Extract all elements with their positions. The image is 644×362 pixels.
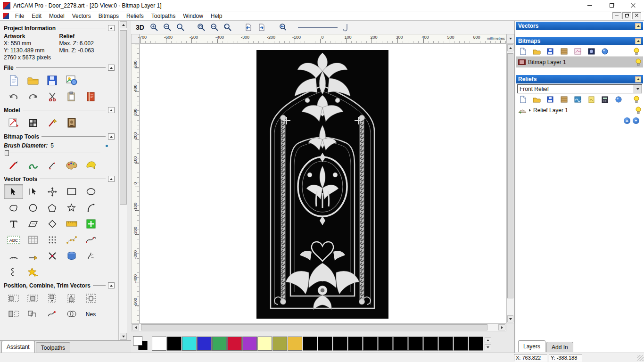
create-ellipse-tool[interactable] <box>81 184 100 199</box>
merge-bitmap-button[interactable] <box>573 47 582 56</box>
create-polygon-tool[interactable] <box>42 200 62 215</box>
align-centre-button[interactable] <box>23 291 42 305</box>
foreground-colour[interactable] <box>133 336 142 346</box>
menu-edit[interactable]: Edit <box>28 12 45 20</box>
foreground-background-swatch[interactable] <box>133 336 150 351</box>
palette-swatch[interactable] <box>393 337 408 351</box>
toggle-relief-visibility-button[interactable] <box>632 95 641 104</box>
next-view-icon[interactable] <box>256 22 267 33</box>
canvas-horizontal-scrollbar[interactable] <box>131 323 506 331</box>
resize-grip[interactable] <box>637 355 644 361</box>
vector-wizard-tool[interactable] <box>23 264 42 279</box>
collapse-section-button[interactable] <box>108 65 115 71</box>
expander-icon[interactable] <box>529 109 531 112</box>
minimize-button[interactable] <box>579 0 601 11</box>
menu-file[interactable]: File <box>11 12 28 20</box>
zoom-objects-icon[interactable] <box>209 22 220 33</box>
open-bitmap-layer-button[interactable] <box>532 47 541 56</box>
zoom-out-icon[interactable] <box>162 22 173 33</box>
palette-swatch[interactable] <box>182 337 197 351</box>
nest-vectors-button[interactable]: Nes <box>81 306 100 317</box>
layer-lightbulb-button[interactable] <box>636 58 641 66</box>
palette-swatch[interactable] <box>167 337 182 351</box>
tab-toolpaths[interactable]: Toolpaths <box>36 342 70 353</box>
scroll-left-button[interactable] <box>132 324 139 330</box>
scroll-down-button[interactable] <box>507 315 513 322</box>
zoom-last-icon[interactable] <box>175 22 186 33</box>
node-editing-tool[interactable] <box>23 184 42 199</box>
create-profile-tool[interactable] <box>4 264 23 279</box>
relief-to-bitmap-button[interactable] <box>614 95 623 104</box>
palette-scroll-down-button[interactable] <box>485 344 491 350</box>
bitmap-to-vector-button[interactable] <box>600 47 610 56</box>
scroll-up-button[interactable] <box>507 44 513 51</box>
zoom-fit-icon[interactable] <box>223 22 233 33</box>
menu-vectors[interactable]: Vectors <box>68 12 95 20</box>
join-vectors-button[interactable] <box>42 306 62 317</box>
scroll-thumb[interactable] <box>141 324 487 330</box>
create-arc-tool[interactable] <box>81 200 100 215</box>
palette-swatch[interactable] <box>242 337 257 351</box>
palette-swatch[interactable] <box>454 337 468 351</box>
save-bitmap-layer-button[interactable] <box>545 47 555 56</box>
menu-toolpaths[interactable]: Toolpaths <box>148 12 179 20</box>
greyscale-preview-button[interactable] <box>62 115 81 130</box>
collapse-reliefs-button[interactable] <box>635 76 641 82</box>
paste-along-vector-tool[interactable] <box>62 232 81 247</box>
arc-fit-tool[interactable] <box>4 248 23 263</box>
layer-lightbulb-button[interactable] <box>636 107 641 114</box>
palette-swatch[interactable] <box>212 337 227 351</box>
collapse-section-button[interactable] <box>108 282 115 288</box>
canvas-2d-view[interactable] <box>140 43 506 323</box>
redo-button[interactable] <box>23 89 42 104</box>
create-text-tool[interactable] <box>4 216 23 231</box>
save-relief-layer-button[interactable] <box>545 95 555 104</box>
centre-in-page-button[interactable] <box>81 291 100 305</box>
mdi-minimize-button[interactable] <box>612 12 621 19</box>
restore-button[interactable] <box>601 0 622 11</box>
calculate-relief-button[interactable] <box>600 95 610 104</box>
zoom-in-icon[interactable] <box>149 22 159 33</box>
mdi-close-button[interactable] <box>632 12 641 19</box>
save-model-button[interactable] <box>42 73 62 88</box>
palette-swatch[interactable] <box>257 337 272 351</box>
lighting-material-button[interactable] <box>42 115 62 130</box>
scroll-up-button[interactable] <box>120 21 127 28</box>
relief-texture-button[interactable] <box>559 95 569 104</box>
smooth-relief-button[interactable] <box>573 95 582 104</box>
new-relief-layer-button[interactable] <box>518 95 528 104</box>
tab-assistant[interactable]: Assistant <box>1 341 35 353</box>
create-star-tool[interactable] <box>62 200 81 215</box>
palette-swatch[interactable] <box>303 337 317 351</box>
paste-button[interactable] <box>62 89 81 104</box>
palette-swatch[interactable] <box>272 337 287 351</box>
colour-palette-button[interactable] <box>62 158 81 173</box>
undo-button[interactable] <box>4 89 23 104</box>
menu-window[interactable]: Window <box>179 12 207 20</box>
align-top-button[interactable] <box>42 291 62 305</box>
wrap-text-tool[interactable] <box>23 216 42 231</box>
offset-vector-tool[interactable] <box>23 248 42 263</box>
bitmap-layer-row[interactable]: Bitmap Layer 1 <box>516 57 643 67</box>
notes-button[interactable] <box>81 89 100 104</box>
palette-swatch[interactable] <box>348 337 363 351</box>
open-model-button[interactable] <box>23 73 42 88</box>
scroll-thumb[interactable] <box>507 53 513 298</box>
mirror-vectors-button[interactable] <box>4 306 23 317</box>
palette-swatch[interactable] <box>288 337 302 351</box>
new-bitmap-layer-button[interactable] <box>518 47 528 56</box>
collapse-section-button[interactable] <box>108 176 115 182</box>
palette-swatch[interactable] <box>318 337 332 351</box>
scroll-thumb[interactable] <box>120 30 127 205</box>
transform-vectors-tool[interactable] <box>42 184 62 199</box>
palette-swatch[interactable] <box>197 337 212 351</box>
menu-reliefs[interactable]: Reliefs <box>123 12 148 20</box>
menu-help[interactable]: Help <box>207 12 226 20</box>
palette-scroll-up-button[interactable] <box>485 337 491 343</box>
grid-window-tool[interactable] <box>23 232 42 247</box>
slider-thumb[interactable] <box>5 150 9 156</box>
fit-curves-tool[interactable] <box>81 232 100 247</box>
align-left-button[interactable] <box>4 291 23 305</box>
palette-swatch[interactable] <box>152 337 166 351</box>
collapse-section-button[interactable] <box>108 25 115 31</box>
